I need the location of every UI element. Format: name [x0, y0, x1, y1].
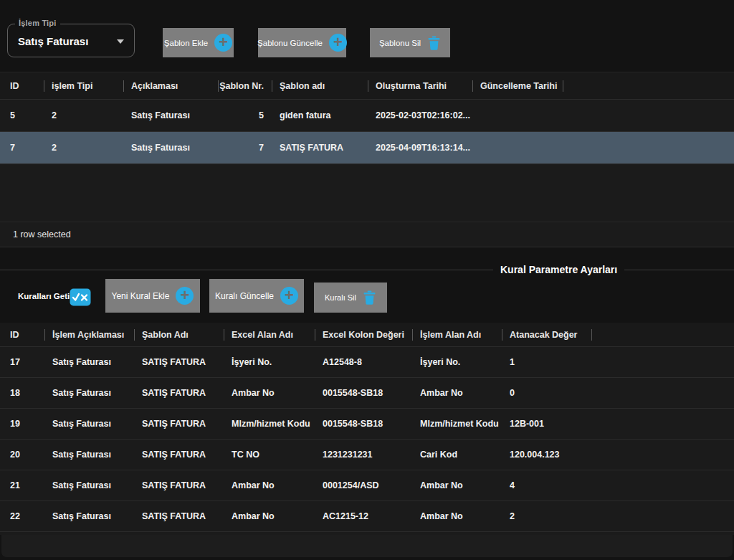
table-cell: 2 — [44, 143, 124, 153]
table-row[interactable]: 18Satış FaturasıSATIŞ FATURAAmbar No0015… — [0, 378, 734, 409]
column-header[interactable]: Güncelleme Tarihi — [473, 72, 563, 99]
section-title: Kural Parametre Ayarları — [493, 264, 624, 275]
table-cell: Satış Faturası — [45, 357, 135, 367]
table-cell: 19 — [0, 419, 45, 429]
table-cell: 20 — [0, 450, 45, 460]
table-row[interactable]: 20Satış FaturasıSATIŞ FATURATC NO1231231… — [0, 440, 734, 470]
table-cell: SATIŞ FATURA — [135, 450, 224, 460]
plus-circle-icon — [176, 287, 194, 305]
column-header[interactable]: ID — [0, 72, 44, 99]
table-cell: Satış Faturası — [45, 419, 135, 429]
table-cell: Ambar No — [224, 388, 315, 398]
trash-icon — [427, 35, 441, 51]
table-row[interactable]: 19Satış FaturasıSATIŞ FATURAMlzm/hizmet … — [0, 409, 734, 440]
table-cell: 2 — [502, 511, 592, 521]
kurali-guncelle-button[interactable]: Kuralı Güncelle — [209, 279, 304, 313]
table-cell: TC NO — [224, 450, 315, 460]
column-header[interactable]: Şablon Nr. — [219, 72, 272, 99]
kurali-guncelle-label: Kuralı Güncelle — [215, 291, 274, 301]
table-cell: Mlzm/hizmet Kodu — [413, 419, 502, 429]
table-cell: AC1215-12 — [315, 511, 413, 521]
column-header[interactable]: işlem Tipi — [44, 72, 124, 99]
table-cell: SATIŞ FATURA — [135, 511, 224, 521]
table-cell: Ambar No — [413, 480, 502, 490]
table-cell: Satış Faturası — [45, 511, 135, 521]
rules-table-body: 17Satış FaturasıSATIŞ FATURAİşyeri No.A1… — [0, 347, 734, 532]
column-header[interactable]: Açıklaması — [124, 72, 219, 99]
rules-table-header: IDİşlem AçıklamasıŞablon AdıExcel Alan A… — [0, 323, 734, 347]
table-cell: 4 — [502, 480, 592, 490]
yeni-kural-ekle-label: Yeni Kural Ekle — [112, 291, 170, 301]
column-header[interactable]: Şablon Adı — [135, 323, 224, 346]
table-cell: SATIŞ FATURA — [135, 480, 224, 490]
selection-status: 1 row selected — [0, 222, 734, 247]
column-header[interactable]: Excel Kolon Değeri — [315, 323, 413, 346]
templates-table-header: IDişlem TipiAçıklamasıŞablon Nr.Şablon a… — [0, 72, 734, 100]
kurali-sil-label: Kuralı Sil — [325, 293, 356, 302]
yeni-kural-ekle-button[interactable]: Yeni Kural Ekle — [105, 279, 200, 313]
table-cell: Ambar No — [413, 388, 502, 398]
table-cell: 0015548-SB18 — [315, 388, 413, 398]
table-cell: Satış Faturası — [124, 143, 219, 153]
table-cell: 2025-02-03T02:16:02... — [368, 110, 473, 120]
table-cell: 18 — [0, 388, 45, 398]
table-cell: A12548-8 — [315, 357, 413, 367]
table-row[interactable]: 17Satış FaturasıSATIŞ FATURAİşyeri No.A1… — [0, 347, 734, 378]
islem-tipi-value: Satış Faturası — [18, 34, 88, 47]
table-cell: 22 — [0, 511, 45, 521]
table-cell: 1 — [502, 357, 592, 367]
table-cell: 2 — [44, 110, 124, 120]
table-row[interactable]: 72Satış Faturası7SATIŞ FATURA2025-04-09T… — [0, 132, 734, 164]
trash-icon — [363, 290, 376, 305]
sablonu-sil-label: Şablonu Sil — [379, 39, 421, 47]
column-header[interactable]: ID — [0, 323, 45, 346]
table-cell: Satış Faturası — [45, 480, 135, 490]
horizontal-scroll-area[interactable] — [1, 535, 733, 557]
table-row[interactable]: 22Satış FaturasıSATIŞ FATURAAmbar NoAC12… — [0, 501, 734, 532]
table-cell: 7 — [0, 143, 44, 153]
sablon-ekle-label: Şablon Ekle — [164, 39, 208, 47]
table-cell: 17 — [0, 357, 45, 367]
table-cell: 2025-04-09T16:13:14... — [368, 143, 473, 153]
check-x-icon[interactable] — [70, 288, 91, 306]
table-cell: SATIŞ FATURA — [135, 419, 224, 429]
column-header[interactable]: Excel Alan Adı — [224, 323, 315, 346]
templates-table-body: 52Satış Faturası5giden fatura2025-02-03T… — [0, 100, 734, 164]
plus-circle-icon — [214, 34, 232, 52]
table-cell: 0 — [502, 388, 592, 398]
table-cell: Satış Faturası — [45, 388, 135, 398]
column-header[interactable]: Oluşturma Tarihi — [368, 72, 473, 99]
table-cell: Ambar No — [413, 511, 502, 521]
islem-tipi-select[interactable]: İşlem Tipi Satış Faturası — [7, 24, 135, 57]
plus-circle-icon — [329, 34, 347, 52]
table-cell: Ambar No — [224, 480, 315, 490]
table-cell: Mlzm/hizmet Kodu — [224, 419, 315, 429]
table-cell: Ambar No — [224, 511, 315, 521]
column-header[interactable]: İşlem Alan Adı — [413, 323, 502, 346]
sablonu-sil-button[interactable]: Şablonu Sil — [370, 28, 450, 57]
rules-table: IDİşlem AçıklamasıŞablon AdıExcel Alan A… — [0, 323, 734, 535]
table-cell: 0001254/ASD — [315, 480, 413, 490]
chevron-down-icon — [117, 39, 124, 44]
table-cell: 1231231231 — [315, 450, 413, 460]
table-cell: 0015548-SB18 — [315, 419, 413, 429]
table-cell: SATIŞ FATURA — [272, 143, 368, 153]
sablonu-guncelle-button[interactable]: Şablonu Güncelle — [258, 28, 346, 57]
table-row[interactable]: 52Satış Faturası5giden fatura2025-02-03T… — [0, 100, 734, 132]
kurali-sil-button[interactable]: Kuralı Sil — [314, 283, 387, 313]
table-cell: 120.004.123 — [502, 450, 592, 460]
sablon-ekle-button[interactable]: Şablon Ekle — [163, 28, 234, 57]
column-header[interactable]: Atanacak Değer — [502, 323, 592, 346]
table-cell: 7 — [219, 143, 272, 153]
table-cell: İşyeri No. — [224, 357, 315, 367]
table-cell: 5 — [0, 110, 44, 120]
column-header[interactable]: İşlem Açıklaması — [45, 323, 135, 346]
kurallari-getir-label: Kuralları Getir — [18, 292, 73, 300]
table-row[interactable]: 21Satış FaturasıSATIŞ FATURAAmbar No0001… — [0, 470, 734, 501]
table-cell: 5 — [219, 110, 272, 120]
table-cell: İşyeri No. — [413, 357, 502, 367]
table-cell: 12B-001 — [502, 419, 592, 429]
column-header[interactable]: Şablon adı — [272, 72, 368, 99]
table-cell: Cari Kod — [413, 450, 502, 460]
table-cell: Satış Faturası — [45, 450, 135, 460]
